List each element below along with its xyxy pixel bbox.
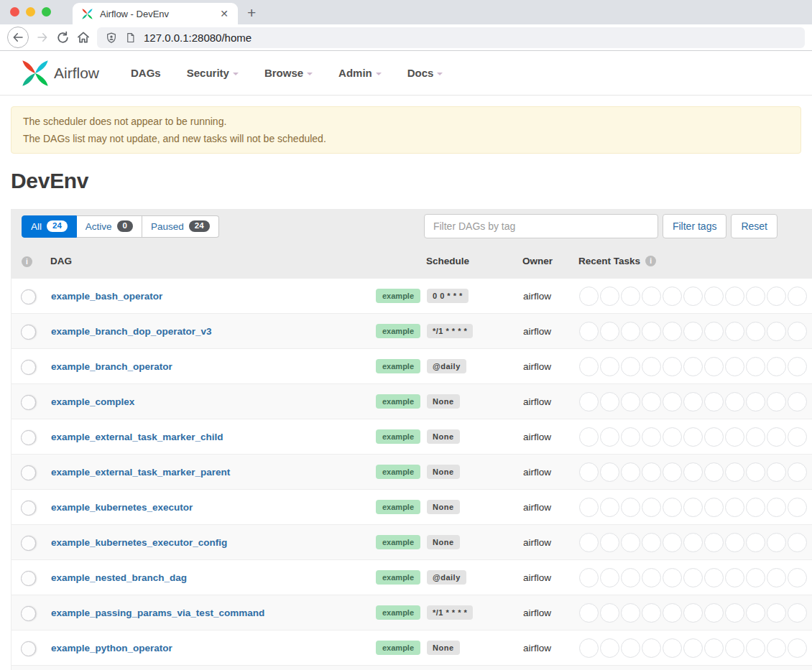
dag-link[interactable]: example_nested_branch_dag — [51, 572, 187, 583]
dag-tag[interactable]: example — [376, 641, 420, 655]
task-status-circle[interactable] — [683, 603, 703, 623]
task-status-circle[interactable] — [663, 638, 682, 658]
task-status-circle[interactable] — [704, 427, 724, 447]
task-status-circle[interactable] — [663, 533, 682, 552]
task-status-circle[interactable] — [725, 568, 744, 587]
schedule-badge[interactable]: @daily — [427, 570, 466, 585]
task-status-circle[interactable] — [579, 322, 599, 341]
reload-button[interactable] — [56, 31, 70, 45]
dag-tag[interactable]: example — [376, 605, 420, 620]
task-status-circle[interactable] — [788, 357, 807, 376]
task-status-circle[interactable] — [579, 462, 599, 482]
task-status-circle[interactable] — [725, 357, 744, 376]
task-status-circle[interactable] — [704, 638, 724, 658]
task-status-circle[interactable] — [579, 533, 599, 552]
schedule-badge[interactable]: 0 0 * * * — [427, 289, 469, 303]
home-button[interactable] — [76, 30, 91, 45]
task-status-circle[interactable] — [725, 533, 744, 552]
task-status-circle[interactable] — [767, 603, 786, 623]
task-status-circle[interactable] — [767, 287, 786, 306]
task-status-circle[interactable] — [621, 322, 640, 341]
task-status-circle[interactable] — [600, 357, 619, 376]
dag-tag[interactable]: example — [376, 324, 420, 338]
task-status-circle[interactable] — [642, 462, 661, 482]
task-status-circle[interactable] — [642, 533, 661, 552]
dag-tag[interactable]: example — [376, 500, 420, 514]
task-status-circle[interactable] — [788, 322, 807, 341]
task-status-circle[interactable] — [663, 498, 682, 517]
task-status-circle[interactable] — [683, 392, 703, 411]
nav-item-docs[interactable]: Docs — [407, 67, 443, 79]
dag-tag[interactable]: example — [376, 289, 420, 303]
task-status-circle[interactable] — [663, 357, 682, 376]
task-status-circle[interactable] — [746, 533, 765, 552]
tag-filter-input[interactable] — [424, 214, 658, 238]
task-status-circle[interactable] — [621, 638, 640, 658]
task-status-circle[interactable] — [642, 568, 661, 587]
info-icon[interactable]: i — [645, 256, 656, 266]
task-status-circle[interactable] — [683, 357, 703, 376]
task-status-circle[interactable] — [642, 638, 661, 658]
info-icon[interactable]: i — [22, 256, 32, 267]
dag-tag[interactable]: example — [376, 465, 420, 479]
task-status-circle[interactable] — [767, 638, 786, 658]
dag-link[interactable]: example_complex — [51, 396, 134, 407]
task-status-circle[interactable] — [642, 427, 661, 447]
task-status-circle[interactable] — [704, 498, 724, 517]
task-status-circle[interactable] — [663, 427, 682, 447]
task-status-circle[interactable] — [788, 568, 807, 587]
task-status-circle[interactable] — [683, 427, 703, 447]
schedule-badge[interactable]: None — [427, 641, 460, 655]
task-status-circle[interactable] — [683, 322, 703, 341]
dag-link[interactable]: example_kubernetes_executor_config — [51, 537, 227, 548]
task-status-circle[interactable] — [663, 462, 682, 482]
task-status-circle[interactable] — [788, 392, 807, 411]
task-status-circle[interactable] — [621, 533, 640, 552]
task-status-circle[interactable] — [725, 287, 744, 306]
task-status-circle[interactable] — [621, 287, 640, 306]
task-status-circle[interactable] — [704, 603, 724, 623]
address-bar[interactable]: 127.0.0.1:28080/home — [97, 27, 805, 48]
task-status-circle[interactable] — [725, 322, 744, 341]
task-status-circle[interactable] — [579, 498, 599, 517]
task-status-circle[interactable] — [725, 392, 744, 411]
task-status-circle[interactable] — [663, 322, 682, 341]
task-status-circle[interactable] — [579, 392, 599, 411]
task-status-circle[interactable] — [704, 287, 724, 306]
reset-button[interactable]: Reset — [731, 214, 778, 238]
task-status-circle[interactable] — [704, 392, 724, 411]
new-tab-button[interactable]: + — [247, 4, 256, 22]
nav-item-dags[interactable]: DAGs — [131, 67, 161, 79]
dag-link[interactable]: example_passing_params_via_test_command — [51, 608, 264, 618]
task-status-circle[interactable] — [767, 322, 786, 341]
task-status-circle[interactable] — [663, 287, 682, 306]
task-status-circle[interactable] — [683, 568, 703, 587]
task-status-circle[interactable] — [767, 357, 786, 376]
task-status-circle[interactable] — [725, 427, 744, 447]
nav-item-admin[interactable]: Admin — [338, 67, 382, 79]
task-status-circle[interactable] — [725, 498, 744, 517]
schedule-badge[interactable]: None — [427, 429, 460, 444]
task-status-circle[interactable] — [704, 533, 724, 552]
schedule-badge[interactable]: None — [427, 535, 460, 549]
filter-tags-button[interactable]: Filter tags — [663, 214, 726, 238]
task-status-circle[interactable] — [579, 603, 599, 623]
task-status-circle[interactable] — [600, 322, 619, 341]
tab-close-icon[interactable]: ✕ — [218, 8, 231, 19]
dag-link[interactable]: example_bash_operator — [51, 291, 162, 302]
task-status-circle[interactable] — [621, 498, 640, 517]
task-status-circle[interactable] — [767, 392, 786, 411]
task-status-circle[interactable] — [600, 568, 619, 587]
schedule-badge[interactable]: None — [427, 465, 460, 479]
dag-link[interactable]: example_python_operator — [51, 643, 172, 653]
browser-tab[interactable]: Airflow - DevEnv ✕ — [73, 3, 238, 24]
task-status-circle[interactable] — [767, 427, 786, 447]
task-status-circle[interactable] — [788, 603, 807, 623]
task-status-circle[interactable] — [725, 638, 744, 658]
task-status-circle[interactable] — [579, 287, 599, 306]
task-status-circle[interactable] — [746, 638, 765, 658]
task-status-circle[interactable] — [683, 498, 703, 517]
dag-link[interactable]: example_branch_dop_operator_v3 — [51, 326, 212, 337]
task-status-circle[interactable] — [621, 603, 640, 623]
task-status-circle[interactable] — [704, 322, 724, 341]
